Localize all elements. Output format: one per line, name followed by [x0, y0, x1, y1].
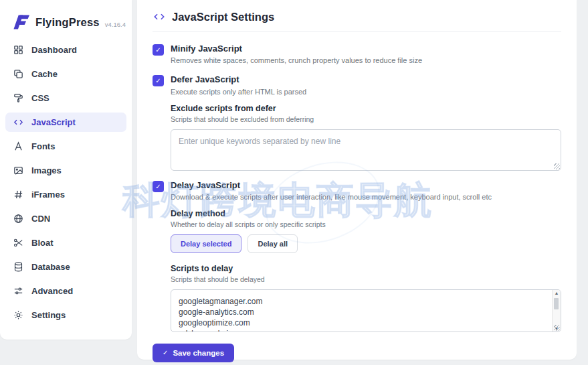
- scrollbar-thumb[interactable]: [554, 298, 559, 309]
- sidebar-item-label: CDN: [31, 214, 50, 224]
- textarea-scrollbar[interactable]: ▲ ▼: [552, 290, 561, 332]
- defer-javascript-row: ✓ Defer JavaScript Execute scripts only …: [153, 74, 561, 95]
- dashboard-icon: [12, 44, 24, 56]
- option-label: Minify JavaScript: [171, 44, 422, 54]
- sidebar-nav: Dashboard Cache CSS JavaScript Fonts: [5, 40, 126, 325]
- delay-javascript-checkbox[interactable]: ✓: [153, 181, 164, 192]
- app-version: v4.16.4: [105, 21, 126, 28]
- delay-javascript-row: ✓ Delay JavaScript Download & execute sc…: [153, 180, 561, 201]
- sidebar-item-settings[interactable]: Settings: [5, 305, 126, 325]
- sidebar-item-advanced[interactable]: Advanced: [5, 281, 126, 301]
- javascript-icon: [12, 117, 24, 129]
- sidebar-item-label: Database: [31, 262, 70, 272]
- sidebar-item-database[interactable]: Database: [5, 257, 126, 277]
- save-changes-button[interactable]: ✓ Save changes: [153, 344, 234, 362]
- advanced-icon: [12, 285, 24, 297]
- settings-icon: [12, 309, 24, 321]
- sidebar-item-label: Cache: [31, 69, 58, 79]
- sidebar-item-label: Fonts: [31, 141, 55, 151]
- minify-javascript-checkbox[interactable]: ✓: [153, 44, 164, 56]
- exclude-defer-textarea[interactable]: [171, 129, 561, 171]
- fonts-icon: [12, 141, 24, 153]
- delay-method-buttons: Delay selected Delay all: [171, 234, 561, 253]
- section-description: Scripts that should be excluded from def…: [171, 115, 561, 123]
- defer-javascript-text: Defer JavaScript Execute scripts only af…: [171, 74, 306, 95]
- sidebar-item-label: CSS: [31, 93, 50, 103]
- css-icon: [12, 92, 24, 104]
- minify-javascript-text: Minify JavaScript Removes white spaces, …: [171, 44, 422, 64]
- logo-row: FlyingPress v4.16.4: [5, 11, 126, 40]
- sidebar-item-label: Bloat: [31, 238, 54, 248]
- cdn-icon: [12, 213, 24, 225]
- sidebar-item-iframes[interactable]: iFrames: [5, 185, 126, 204]
- flyingpress-logo-icon: [11, 13, 31, 31]
- sidebar-item-label: Dashboard: [31, 45, 77, 55]
- option-description: Removes white spaces, comments, crunch p…: [171, 56, 422, 64]
- delay-all-button[interactable]: Delay all: [248, 234, 298, 253]
- code-icon: [153, 10, 166, 23]
- save-button-label: Save changes: [173, 349, 224, 357]
- iframes-icon: [12, 189, 24, 201]
- sidebar-item-cache[interactable]: Cache: [5, 64, 126, 84]
- scripts-to-delay-textarea[interactable]: [171, 289, 561, 332]
- page-header: JavaScript Settings: [153, 0, 561, 32]
- scripts-to-delay-textarea-wrap: ▲ ▼: [171, 289, 561, 332]
- sidebar-item-label: Images: [31, 165, 62, 175]
- option-label: Delay JavaScript: [171, 180, 492, 191]
- sidebar-item-cdn[interactable]: CDN: [5, 209, 126, 228]
- option-label: Defer JavaScript: [171, 74, 306, 85]
- option-description: Execute scripts only after HTML is parse…: [171, 88, 306, 96]
- images-icon: [12, 165, 24, 177]
- scroll-down-icon[interactable]: ▼: [555, 326, 559, 331]
- sidebar-item-label: Advanced: [31, 286, 73, 296]
- settings-content: ✓ Minify JavaScript Removes white spaces…: [153, 32, 561, 362]
- sidebar-item-bloat[interactable]: Bloat: [5, 233, 126, 252]
- section-description: Scripts that should be delayed: [171, 275, 561, 283]
- delay-method-section: Delay method Whether to delay all script…: [171, 209, 561, 253]
- check-icon: ✓: [163, 349, 168, 356]
- sidebar-item-css[interactable]: CSS: [5, 88, 126, 108]
- delay-selected-button[interactable]: Delay selected: [171, 234, 241, 253]
- sidebar: FlyingPress v4.16.4 Dashboard Cache CSS: [0, 0, 132, 340]
- sidebar-item-label: JavaScript: [31, 117, 76, 127]
- scripts-to-delay-section: Scripts to delay Scripts that should be …: [171, 264, 561, 332]
- minify-javascript-row: ✓ Minify JavaScript Removes white spaces…: [153, 44, 561, 64]
- sidebar-item-label: Settings: [31, 310, 66, 320]
- sidebar-item-javascript[interactable]: JavaScript: [5, 113, 126, 132]
- sidebar-item-fonts[interactable]: Fonts: [5, 137, 126, 156]
- option-description: Download & execute scripts after user in…: [171, 193, 492, 201]
- exclude-defer-section: Exclude scripts from defer Scripts that …: [171, 104, 561, 171]
- bloat-icon: [12, 237, 24, 249]
- section-label: Delay method: [171, 209, 561, 218]
- defer-javascript-checkbox[interactable]: ✓: [153, 75, 164, 86]
- section-description: Whether to delay all scripts or only spe…: [171, 220, 561, 228]
- delay-javascript-text: Delay JavaScript Download & execute scri…: [171, 180, 492, 201]
- sidebar-item-label: iFrames: [31, 190, 65, 200]
- cache-icon: [12, 68, 24, 80]
- section-label: Scripts to delay: [171, 264, 561, 273]
- page-title: JavaScript Settings: [172, 11, 274, 23]
- app-name: FlyingPress: [35, 16, 100, 29]
- database-icon: [12, 261, 24, 273]
- exclude-defer-textarea-wrap: [171, 129, 561, 171]
- scroll-up-icon[interactable]: ▲: [555, 291, 559, 295]
- main-panel: JavaScript Settings ✓ Minify JavaScript …: [137, 0, 577, 360]
- section-label: Exclude scripts from defer: [171, 104, 561, 113]
- sidebar-item-dashboard[interactable]: Dashboard: [5, 40, 126, 60]
- sidebar-item-images[interactable]: Images: [5, 161, 126, 180]
